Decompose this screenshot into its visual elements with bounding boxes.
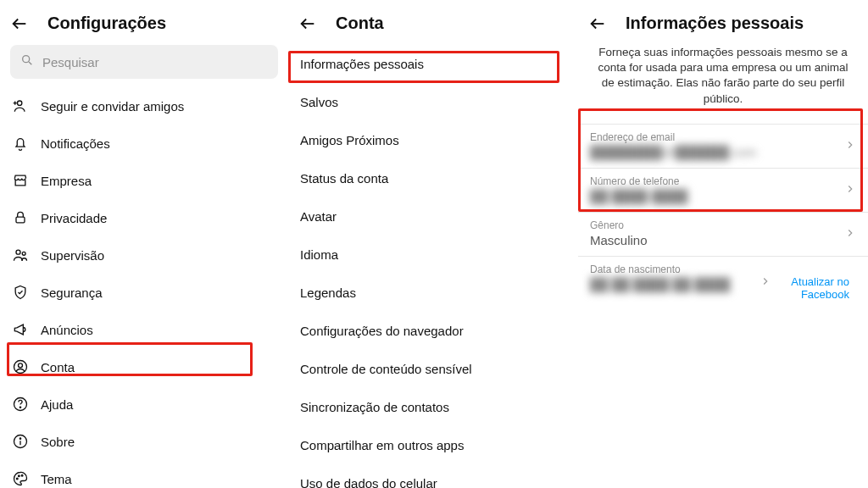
svg-point-13 (21, 474, 23, 476)
chevron-right-icon (844, 139, 856, 151)
settings-item-business[interactable]: Empresa (0, 162, 288, 199)
svg-point-10 (19, 438, 20, 439)
search-placeholder: Pesquisar (42, 55, 99, 69)
settings-item-account[interactable]: Conta (0, 348, 288, 385)
phone-label: Número de telefone (590, 175, 844, 187)
settings-item-notifications[interactable]: Notificações (0, 125, 288, 162)
settings-header: Configurações (0, 7, 288, 45)
people-icon (12, 247, 29, 263)
settings-item-label: Privacidade (41, 211, 107, 225)
phone-value: ██ ████-████ (590, 189, 844, 203)
account-item-saved[interactable]: Salvos (288, 83, 578, 121)
svg-rect-2 (16, 217, 25, 223)
personal-info-title: Informações pessoais (626, 14, 804, 33)
chevron-right-icon (844, 227, 856, 239)
settings-item-theme[interactable]: Tema (0, 460, 288, 488)
settings-item-label: Ajuda (41, 397, 73, 412)
megaphone-icon (12, 321, 29, 338)
settings-item-about[interactable]: Sobre (0, 423, 288, 460)
gender-label: Gênero (590, 219, 844, 231)
chevron-right-icon (760, 263, 771, 291)
settings-item-ads[interactable]: Anúncios (0, 311, 288, 348)
settings-item-label: Seguir e convidar amigos (41, 99, 184, 114)
gender-value: Masculino (590, 233, 844, 247)
lock-icon (12, 209, 29, 226)
svg-point-3 (16, 250, 20, 254)
settings-item-security[interactable]: Segurança (0, 274, 288, 311)
account-item-captions[interactable]: Legendas (288, 274, 578, 312)
account-item-sensitive-content[interactable]: Controle de conteúdo sensível (288, 350, 578, 388)
settings-item-label: Tema (41, 472, 72, 486)
info-icon (12, 433, 29, 450)
personal-info-panel: Informações pessoais Forneça suas inform… (578, 0, 868, 488)
personal-info-description: Forneça suas informações pessoais mesmo … (578, 45, 868, 117)
help-icon (12, 396, 29, 413)
svg-point-4 (22, 252, 25, 255)
account-panel: Conta Informações pessoais Salvos Amigos… (288, 0, 578, 488)
search-icon (20, 53, 34, 70)
palette-icon (12, 470, 29, 487)
dob-label: Data de nascimento (590, 263, 760, 275)
email-label: Endereço de email (590, 131, 844, 143)
account-item-contact-sync[interactable]: Sincronização de contatos (288, 388, 578, 426)
settings-item-label: Notificações (41, 136, 110, 151)
add-user-icon (12, 97, 29, 114)
svg-point-11 (16, 478, 18, 480)
settings-panel: Configurações Pesquisar Seguir e convida… (0, 0, 288, 488)
personal-info-header: Informações pessoais (578, 7, 868, 45)
settings-item-label: Conta (41, 360, 75, 374)
email-field[interactable]: Endereço de email ████████@██████.com (578, 125, 868, 169)
svg-point-8 (19, 407, 20, 408)
settings-title: Configurações (47, 14, 166, 33)
svg-point-6 (19, 363, 23, 368)
dob-field[interactable]: Data de nascimento ██ ██ ████ ██ ████ At… (578, 257, 868, 309)
account-item-close-friends[interactable]: Amigos Próximos (288, 121, 578, 159)
back-icon[interactable] (588, 14, 607, 33)
account-item-account-status[interactable]: Status da conta (288, 159, 578, 197)
settings-item-label: Sobre (41, 435, 75, 449)
account-item-personal-info[interactable]: Informações pessoais (288, 45, 578, 83)
account-item-avatar[interactable]: Avatar (288, 197, 578, 236)
account-item-browser-settings[interactable]: Configurações do navegador (288, 312, 578, 350)
svg-point-0 (23, 56, 30, 63)
settings-item-label: Empresa (41, 174, 92, 188)
update-facebook-link[interactable]: Atualizar no Facebook (771, 263, 856, 301)
gender-field[interactable]: Gênero Masculino (578, 213, 868, 257)
user-circle-icon (12, 358, 29, 375)
search-input[interactable]: Pesquisar (10, 45, 278, 79)
back-icon[interactable] (298, 14, 317, 33)
account-item-share-other-apps[interactable]: Compartilhar em outros apps (288, 426, 578, 464)
storefront-icon (12, 172, 29, 189)
settings-item-label: Segurança (41, 286, 103, 300)
back-icon[interactable] (10, 14, 29, 33)
svg-point-12 (19, 475, 20, 477)
dob-value: ██ ██ ████ ██ ████ (590, 277, 760, 291)
svg-point-1 (18, 101, 22, 105)
account-header: Conta (288, 7, 578, 45)
bell-icon (12, 135, 29, 152)
phone-field[interactable]: Número de telefone ██ ████-████ (578, 169, 868, 213)
shield-icon (12, 284, 29, 301)
settings-item-privacy[interactable]: Privacidade (0, 199, 288, 236)
settings-item-supervision[interactable]: Supervisão (0, 236, 288, 274)
chevron-right-icon (844, 183, 856, 195)
settings-item-label: Anúncios (41, 323, 93, 337)
account-item-cellular-data[interactable]: Uso de dados do celular (288, 464, 578, 488)
email-value: ████████@██████.com (590, 145, 844, 159)
account-item-language[interactable]: Idioma (288, 236, 578, 274)
settings-item-help[interactable]: Ajuda (0, 385, 288, 423)
settings-item-follow-invite[interactable]: Seguir e convidar amigos (0, 87, 288, 125)
settings-item-label: Supervisão (41, 248, 104, 263)
account-title: Conta (336, 14, 384, 33)
